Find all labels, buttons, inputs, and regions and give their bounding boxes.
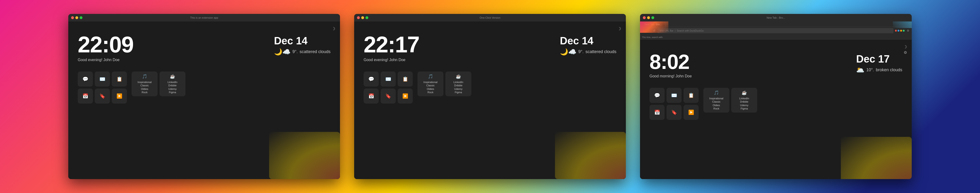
clock-section-3: 8:02 Good morning! John Doe (649, 51, 856, 78)
icon-bookmark-3[interactable]: 🔖 (667, 105, 682, 120)
music-label-3: InspirationalClassicOldiesRock (709, 97, 723, 110)
nav-settings-3[interactable]: ⚙ (906, 29, 910, 33)
window-content-3: ☽ ⚙ 8:02 Good morning! John Doe Dec 17 🌥… (640, 40, 912, 179)
date-text-3: Dec 17 (856, 53, 902, 65)
weather-desc-2: scattered clouds (585, 49, 616, 54)
dot-green-2[interactable] (366, 16, 368, 19)
dot-yellow-search (900, 30, 902, 32)
top-section-2: 22:17 Good evening! John Doe Dec 14 🌙☁️ … (364, 33, 616, 62)
icon-mail-1[interactable]: ✉️ (95, 71, 110, 87)
icon-play-2[interactable]: ▶️ (398, 89, 413, 104)
weather-icon-1: 🌙☁️ (274, 48, 291, 56)
clock-time-2: 22:17 (364, 33, 560, 56)
app-shortcut-music-1[interactable]: 🎵 InspirationalClassicOldiesRock (132, 71, 158, 96)
music-label-2: InspirationalClassicOldiesRock (423, 81, 438, 94)
moon-icon-1[interactable]: ☽ (331, 26, 335, 32)
icons-section-1: 💬 ✉️ 📋 📅 🔖 ▶️ 🎵 InspirationalClassicOldi… (78, 71, 331, 104)
dot-blue-search (897, 30, 899, 32)
dot-green-3[interactable] (651, 16, 654, 19)
icons-section-3: 💬 ✉️ 📋 📅 🔖 ▶️ 🎵 InspirationalClassicOldi… (649, 88, 902, 120)
icon-play-1[interactable]: ▶️ (112, 89, 127, 104)
app-shortcuts-1: 🎵 InspirationalClassicOldiesRock ☕ Linke… (132, 71, 186, 96)
bg-splash-2 (555, 132, 626, 179)
icon-play-3[interactable]: ▶️ (684, 105, 698, 120)
dot-red-search (895, 30, 897, 32)
weather-row-1: 🌙☁️ 9°. scattered clouds (274, 48, 331, 56)
icon-calendar-3[interactable]: 📅 (649, 105, 665, 120)
clock-time-3: 8:02 (649, 51, 856, 72)
app-shortcut-links-3[interactable]: ☕ LinkedInDribbleUdemyFigma (731, 88, 757, 112)
icon-bookmark-1[interactable]: 🔖 (95, 89, 110, 104)
weather-icon-2: 🌙☁️ (560, 48, 576, 56)
browser-bar-3: ‹ › ↺ ⚙ (640, 27, 912, 34)
dot-yellow-3[interactable] (647, 16, 650, 19)
bg-splash-3 (841, 137, 912, 179)
weather-desc-3: broken clouds (876, 68, 902, 73)
app-shortcuts-2: 🎵 InspirationalClassicOldiesRock ☕ Linke… (417, 71, 471, 96)
app-shortcut-links-1[interactable]: ☕ LinkedInDribbleUdemyFigma (159, 71, 186, 96)
links-icon-3: ☕ (741, 90, 747, 95)
weather-desc-1: scattered clouds (299, 49, 331, 54)
links-icon-1: ☕ (170, 74, 175, 79)
date-section-3: Dec 17 🌥️ 10°. broken clouds (856, 51, 902, 74)
clock-section-2: 22:17 Good evening! John Doe (364, 33, 560, 62)
dot-red-1[interactable] (71, 16, 74, 19)
icon-calendar-1[interactable]: 📅 (78, 89, 93, 104)
dot-green-search (903, 30, 905, 32)
icon-chat-2[interactable]: 💬 (364, 71, 379, 87)
bg-splash-1 (269, 132, 340, 179)
icon-chat-1[interactable]: 💬 (78, 71, 93, 87)
icon-clipboard-2[interactable]: 📋 (398, 71, 413, 87)
weather-temp-2: 9°. (578, 49, 584, 54)
dot-yellow-2[interactable] (361, 16, 364, 19)
music-label-1: InspirationalClassicOldiesRock (137, 81, 151, 94)
weather-row-2: 🌙☁️ 9°. scattered clouds (560, 48, 616, 56)
weather-temp-3: 10°. (866, 68, 874, 73)
icon-clipboard-3[interactable]: 📋 (684, 88, 698, 103)
icon-calendar-2[interactable]: 📅 (364, 89, 379, 104)
icon-bookmark-2[interactable]: 🔖 (380, 89, 396, 104)
dot-red-3[interactable] (643, 16, 646, 19)
icon-grid-3: 💬 ✉️ 📋 📅 🔖 ▶️ (649, 88, 698, 120)
app-shortcut-music-2[interactable]: 🎵 InspirationalClassicOldiesRock (417, 71, 444, 96)
icon-chat-3[interactable]: 💬 (649, 88, 665, 103)
panels-container: This is an extension app ☽ 22:09 Good ev… (0, 0, 980, 193)
top-section-1: 22:09 Good evening! John Doe Dec 14 🌙☁️ … (78, 33, 331, 62)
date-section-1: Dec 14 🌙☁️ 9°. scattered clouds (274, 33, 331, 56)
window-content-2: ☽ 22:17 Good evening! John Doe Dec 14 🌙☁… (354, 22, 626, 179)
clock-section-1: 22:09 Good evening! John Doe (78, 33, 274, 62)
clock-time-1: 22:09 (78, 33, 274, 56)
links-label-1: LinkedInDribbleUdemyFigma (167, 81, 177, 94)
music-icon-2: 🎵 (428, 74, 433, 79)
dot-yellow-1[interactable] (75, 16, 78, 19)
tab-bar-3: New Tab - Bro... (640, 22, 912, 27)
title-text-3: New Tab - Bro... (767, 16, 785, 19)
address-input-3[interactable] (657, 28, 894, 33)
date-section-2: Dec 14 🌙☁️ 9°. scattered clouds (560, 33, 616, 56)
moon-icon-3[interactable]: ☽ (903, 44, 907, 49)
icon-mail-2[interactable]: ✉️ (380, 71, 396, 87)
greeting-3: Good morning! John Doe (649, 74, 856, 78)
title-bar-2: One-Click Version (354, 14, 626, 22)
icon-grid-2: 💬 ✉️ 📋 📅 🔖 ▶️ (364, 71, 413, 104)
search-engine-dots-3 (895, 30, 905, 32)
settings-icon-3[interactable]: ⚙ (904, 50, 907, 55)
icon-mail-3[interactable]: ✉️ (667, 88, 682, 103)
app-shortcut-links-2[interactable]: ☕ LinkedInDribbleUdemyFigma (445, 71, 471, 96)
weather-row-3: 🌥️ 10°. broken clouds (856, 66, 902, 74)
top-section-3: 8:02 Good morning! John Doe Dec 17 🌥️ 10… (649, 51, 902, 78)
dot-red-2[interactable] (357, 16, 360, 19)
dot-green-1[interactable] (80, 16, 83, 19)
window-1: This is an extension app ☽ 22:09 Good ev… (68, 14, 340, 179)
title-text-1: This is an extension app (190, 16, 218, 19)
app-shortcut-music-3[interactable]: 🎵 InspirationalClassicOldiesRock (703, 88, 729, 112)
title-bar-1: This is an extension app (68, 14, 340, 22)
icon-clipboard-1[interactable]: 📋 (112, 71, 127, 87)
greeting-1: Good evening! John Doe (78, 58, 274, 62)
search-hint-3: This time, search with: (642, 36, 663, 38)
weather-temp-1: 9°. (293, 49, 298, 54)
moon-icon-2[interactable]: ☽ (617, 26, 621, 32)
links-icon-2: ☕ (456, 74, 461, 79)
links-label-3: LinkedInDribbleUdemyFigma (739, 97, 749, 110)
date-text-2: Dec 14 (560, 35, 616, 46)
